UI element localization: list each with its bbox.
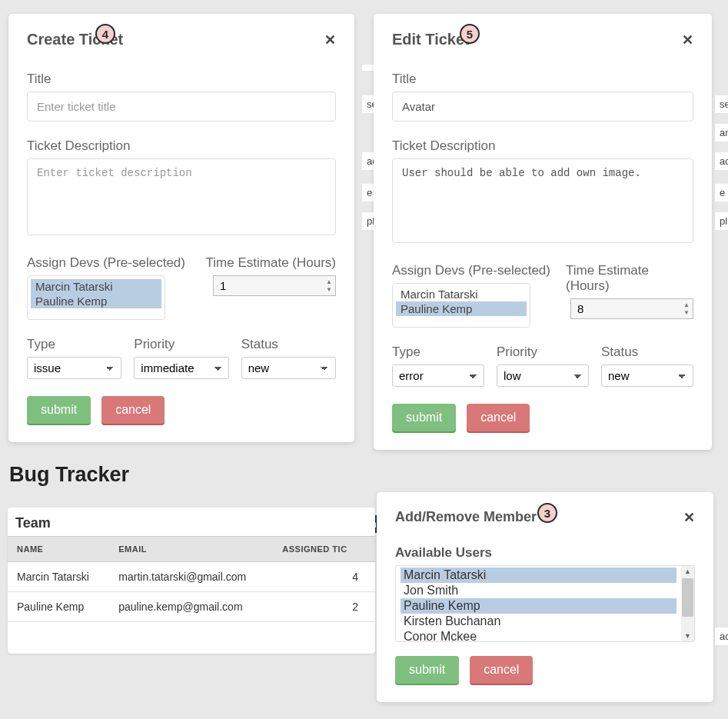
step-badge-3: 3 xyxy=(537,503,557,523)
bg-frag: am xyxy=(715,124,728,141)
submit-button[interactable]: submit xyxy=(392,404,456,431)
create-ticket-modal: Create Ticket ✕ Title Ticket Description… xyxy=(8,14,354,442)
time-label: Time Estimate (Hours) xyxy=(206,255,336,271)
type-label: Type xyxy=(392,345,484,360)
dev-option[interactable]: Pauline Kemp xyxy=(396,301,527,316)
table-row: Marcin Tatarski martin.tatarski@gmail.co… xyxy=(8,562,375,592)
user-option[interactable]: Conor Mckee xyxy=(401,629,676,642)
time-label: Time Estimate (Hours) xyxy=(566,263,693,294)
table-row: Pauline Kemp pauline.kemp@gmail.com 2 xyxy=(8,592,375,622)
step-badge-4: 4 xyxy=(95,24,115,44)
desc-label: Ticket Description xyxy=(392,138,693,154)
priority-select[interactable]: immediate xyxy=(134,357,228,379)
step-badge-5: 5 xyxy=(460,24,480,44)
cell-email: martin.tatarski@gmail.com xyxy=(109,562,273,592)
dev-option[interactable]: Marcin Tatarski xyxy=(31,279,161,294)
assign-devs-select[interactable]: Marcin Tatarski Pauline Kemp xyxy=(392,283,530,328)
scrollbar-thumb[interactable] xyxy=(682,578,693,617)
time-estimate-input[interactable] xyxy=(570,298,693,319)
close-icon[interactable]: ✕ xyxy=(683,511,695,524)
bg-frag: e s xyxy=(715,184,728,201)
team-table: NAME EMAIL ASSIGNED TIC Marcin Tatarski … xyxy=(8,536,375,622)
status-select[interactable]: new xyxy=(241,357,336,379)
scroll-up-icon[interactable]: ▲ xyxy=(684,568,691,575)
desc-textarea[interactable]: User should be able to add own image. xyxy=(392,158,693,243)
cell-email: pauline.kemp@gmail.com xyxy=(109,592,273,622)
close-icon[interactable]: ✕ xyxy=(682,33,693,47)
page-title: Bug Tracker xyxy=(9,463,129,487)
priority-label: Priority xyxy=(497,345,589,360)
cell-assigned: 4 xyxy=(273,562,375,592)
add-remove-member-modal: Add/Remove Member ✕ Available Users Marc… xyxy=(377,492,713,702)
type-select[interactable]: issue xyxy=(27,357,121,379)
dev-option[interactable]: Marcin Tatarski xyxy=(396,287,527,301)
close-icon[interactable]: ✕ xyxy=(324,33,336,47)
bg-frag: ac xyxy=(715,627,728,645)
edit-ticket-modal: Edit Ticket ✕ Title Ticket Description U… xyxy=(374,14,712,450)
assign-label: Assign Devs (Pre-selected) xyxy=(392,263,550,278)
cell-assigned: 2 xyxy=(273,592,375,622)
title-input[interactable] xyxy=(392,92,693,121)
priority-label: Priority xyxy=(134,337,228,352)
cell-name: Marcin Tatarski xyxy=(8,562,109,592)
cell-name: Pauline Kemp xyxy=(8,592,109,622)
col-name: NAME xyxy=(8,537,109,562)
time-estimate-input[interactable] xyxy=(213,275,336,296)
scroll-down-icon[interactable]: ▼ xyxy=(684,632,691,640)
number-spinner-icon[interactable]: ▲▼ xyxy=(681,300,692,318)
user-option[interactable]: Marcin Tatarski xyxy=(401,568,676,583)
desc-label: Ticket Description xyxy=(27,138,336,154)
bg-frag: se xyxy=(715,95,728,113)
number-spinner-icon[interactable]: ▲▼ xyxy=(324,277,334,295)
assign-devs-select[interactable]: Marcin Tatarski Pauline Kemp xyxy=(27,275,165,320)
cancel-button[interactable]: cancel xyxy=(101,396,165,424)
title-label: Title xyxy=(392,72,693,87)
cancel-button[interactable]: cancel xyxy=(470,656,533,684)
team-title: Team xyxy=(8,515,375,536)
bg-frag: pl xyxy=(715,212,728,230)
status-select[interactable]: new xyxy=(601,364,693,387)
modal-title: Add/Remove Member xyxy=(395,509,537,525)
col-assigned: ASSIGNED TIC xyxy=(273,537,375,562)
dev-option[interactable]: Pauline Kemp xyxy=(31,294,161,308)
team-panel: Team NAME EMAIL ASSIGNED TIC Marcin Tata… xyxy=(8,508,375,654)
priority-select[interactable]: low xyxy=(497,364,589,387)
title-label: Title xyxy=(27,72,336,87)
desc-textarea[interactable] xyxy=(27,158,336,235)
user-option[interactable]: Pauline Kemp xyxy=(401,598,676,614)
col-email: EMAIL xyxy=(109,537,273,562)
user-option[interactable]: Kirsten Buchanan xyxy=(401,614,676,629)
status-label: Status xyxy=(601,345,693,360)
modal-title: Edit Ticket xyxy=(392,31,470,48)
submit-button[interactable]: submit xyxy=(27,396,91,424)
assign-label: Assign Devs (Pre-selected) xyxy=(27,255,185,271)
type-select[interactable]: error xyxy=(392,364,484,387)
user-option[interactable]: Jon Smith xyxy=(401,583,676,598)
available-users-label: Available Users xyxy=(395,545,695,561)
bg-frag: ad xyxy=(715,152,728,170)
type-label: Type xyxy=(27,337,121,352)
cancel-button[interactable]: cancel xyxy=(467,404,530,431)
available-users-list[interactable]: Marcin Tatarski Jon Smith Pauline Kemp K… xyxy=(395,565,695,642)
submit-button[interactable]: submit xyxy=(395,656,459,684)
status-label: Status xyxy=(241,337,336,352)
title-input[interactable] xyxy=(27,92,336,121)
